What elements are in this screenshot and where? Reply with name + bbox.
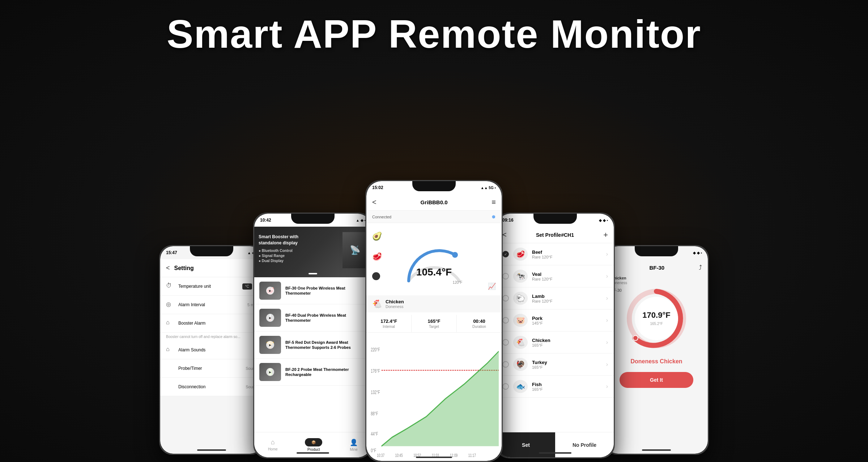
beef-info: Beef Rare 120°F (532, 249, 606, 259)
meat-item-veal[interactable]: 🐄 Veal Rare 120°F › (497, 265, 614, 287)
product-item-2[interactable]: 🌡️ ▶ BF-40 Dual Probe Wireless Meat Ther… (254, 304, 371, 331)
alarm-label: Alarm Interval (178, 302, 247, 307)
product-name-2: BF-40 Dual Probe Wireless Meat Thermomet… (285, 313, 366, 323)
phone-product-screen: 10:42 ▲ ◆ ▪ Smart Booster withstandalone… (254, 214, 371, 457)
food-name: Chicken (386, 299, 404, 304)
phone-settings: 15:47 ▲ ◆ ▪ < Setting ⏱ Temperature unit… (159, 245, 264, 455)
phone3-title: GriBBB0.0 (420, 199, 447, 205)
home-indicator-2 (297, 452, 329, 454)
meat-item-pork[interactable]: 🐷 Pork 145°F › (497, 309, 614, 331)
nav-mine[interactable]: 👤 Mine (350, 439, 358, 452)
product-item-4[interactable]: 🔋 ▶ BF-20 2 Probe Meat Thermometer Recha… (254, 359, 371, 386)
lamb-arrow: › (606, 295, 608, 301)
meat-item-lamb[interactable]: 🐑 Lamb Rare 120°F › (497, 287, 614, 309)
temp-toggle[interactable]: °C (242, 283, 252, 290)
meat-item-chicken[interactable]: 🐔 Chicken 165°F › (497, 331, 614, 354)
chart-icon[interactable]: 📈 (488, 282, 496, 290)
page-title: Smart APP Remote Monitor (0, 11, 868, 57)
promo-image: 📡 (342, 232, 368, 268)
alarm-icon: ◎ (166, 301, 174, 309)
promo-sub2: ● Signal Range (259, 253, 298, 258)
nav-product[interactable]: 📦 Product (305, 438, 322, 452)
phone5-header: < BF-30 ⤴ (605, 259, 708, 276)
product-nav-icon: 📦 (311, 440, 316, 444)
fish-arrow: › (606, 383, 608, 390)
svg-text:88°F: 88°F (371, 411, 378, 417)
phone-product-wrapper: 10:42 ▲ ◆ ▪ Smart Booster withstandalone… (253, 213, 373, 462)
turkey-img: 🦃 (513, 358, 528, 371)
chicken-icon: 🐔 (372, 299, 382, 309)
play-btn-3[interactable]: ▶ (266, 341, 274, 349)
phone2-notch (291, 214, 335, 224)
probe-icons: 🥑 🥩 (372, 232, 382, 280)
beef-sub: Rare 120°F (532, 255, 606, 259)
phone-profile-wrapper: 09:16 ◆ ◆ ▪ < Set Profile#CH1 + 🥩 Beef (495, 213, 615, 462)
probe-meat-icon: 🥩 (372, 252, 382, 261)
settings-temp-unit[interactable]: ⏱ Temperature unit °C °F (160, 277, 263, 296)
chicken-radio[interactable] (502, 339, 509, 346)
product-info-4: BF-20 2 Probe Meat Thermometer Rechargea… (285, 367, 366, 377)
phone4-back-icon[interactable]: < (502, 231, 507, 239)
settings-booster-alarm[interactable]: ⌂ Booster Alarm (160, 314, 263, 333)
lamb-radio[interactable] (502, 295, 509, 301)
nav-home[interactable]: ⌂ Home (268, 439, 278, 451)
disconnection-icon (166, 383, 174, 391)
veal-radio[interactable] (502, 273, 509, 279)
chicken-arrow: › (606, 339, 608, 346)
gauge-area: 105.4°F 120°F (366, 223, 502, 295)
phone5-share-icon[interactable]: ⤴ (699, 264, 702, 271)
settings-disconnection[interactable]: Disconnection Sound (160, 378, 263, 396)
svg-text:10:45: 10:45 (395, 453, 403, 458)
phone-profile-screen: 09:16 ◆ ◆ ▪ < Set Profile#CH1 + 🥩 Beef (497, 214, 614, 457)
fish-radio[interactable] (502, 383, 509, 390)
play-btn-2[interactable]: ▶ (266, 314, 274, 322)
product-thumb-1: 🥩 ▶ (259, 282, 281, 300)
svg-text:10:37: 10:37 (377, 453, 384, 458)
lamb-img: 🐑 (513, 292, 528, 305)
meat-item-beef[interactable]: 🥩 Beef Rare 120°F › (497, 243, 614, 265)
pork-sub: 145°F (532, 321, 606, 325)
product-list: 🥩 ▶ BF-30 One Probe Wireless Meat Thermo… (254, 277, 371, 432)
meat-item-turkey[interactable]: 🦃 Turkey 165°F › (497, 354, 614, 376)
svg-text:170.9°F: 170.9°F (642, 311, 670, 320)
play-btn-4[interactable]: ▶ (266, 368, 274, 376)
veal-arrow: › (606, 273, 608, 279)
beef-radio[interactable] (502, 251, 509, 257)
stats-row: 172.4°F Internal 165°F Target 00:40 Dura… (366, 315, 502, 333)
phone1-back-icon[interactable]: < (166, 264, 170, 272)
temp-icon: ⏱ (166, 282, 174, 290)
stat-internal-value: 172.4°F (371, 318, 407, 324)
turkey-radio[interactable] (502, 361, 509, 368)
settings-list: ⏱ Temperature unit °C °F ◎ Alarm Interva… (160, 277, 263, 396)
phone3-menu-icon[interactable]: ≡ (492, 198, 496, 206)
settings-alarm-interval[interactable]: ◎ Alarm Interval 5 min (160, 296, 263, 314)
get-it-button[interactable]: Get It (620, 372, 693, 388)
settings-probe-timer[interactable]: Probe/Timer Sound (160, 359, 263, 378)
phone3-header: < GriBBB0.0 ≡ (366, 194, 502, 211)
product-item-3[interactable]: 🏆 ▶ BF-5 Red Dot Design Award Meat Therm… (254, 331, 371, 359)
probe-timer-label: Probe/Timer (178, 366, 246, 371)
phone-bf30: 2 ◆ ◆ ▪ < BF-30 ⤴ Chicken Doneness BF-30 (604, 245, 709, 455)
phone4-add-icon[interactable]: + (603, 230, 608, 240)
promo-img-icon: 📡 (342, 232, 368, 268)
meat-item-fish[interactable]: 🐟 Fish 165°F › (497, 376, 614, 398)
play-btn-1[interactable]: ▶ (266, 287, 274, 295)
product-info-3: BF-5 Red Dot Design Award Meat Thermomet… (285, 340, 366, 350)
product-item-1[interactable]: 🥩 ▶ BF-30 One Probe Wireless Meat Thermo… (254, 277, 371, 304)
pork-radio[interactable] (502, 317, 509, 324)
stat-target-value: 165°F (416, 318, 452, 324)
phone1-title: Setting (174, 265, 194, 271)
settings-alarm-sounds[interactable]: ⌂ Alarm Sounds (160, 341, 263, 359)
svg-text:165.2°F: 165.2°F (650, 322, 663, 326)
promo-text: Smart Booster withstandalone display ● B… (259, 234, 298, 264)
stat-target: 165°F Target (412, 315, 457, 332)
nav-home-label: Home (268, 447, 278, 451)
temperature-chart: 220°F 176°F 132°F 88°F 44°F 0°F 10:37 (369, 339, 499, 458)
bluetooth-icon: ✵ (492, 214, 496, 220)
lamb-info: Lamb Rare 120°F (532, 294, 606, 303)
beef-img: 🥩 (513, 248, 528, 261)
phone3-back-icon[interactable]: < (372, 198, 376, 206)
product-thumb-3: 🏆 ▶ (259, 336, 281, 354)
pork-info: Pork 145°F (532, 316, 606, 325)
product-name-3: BF-5 Red Dot Design Award Meat Thermomet… (285, 340, 366, 350)
